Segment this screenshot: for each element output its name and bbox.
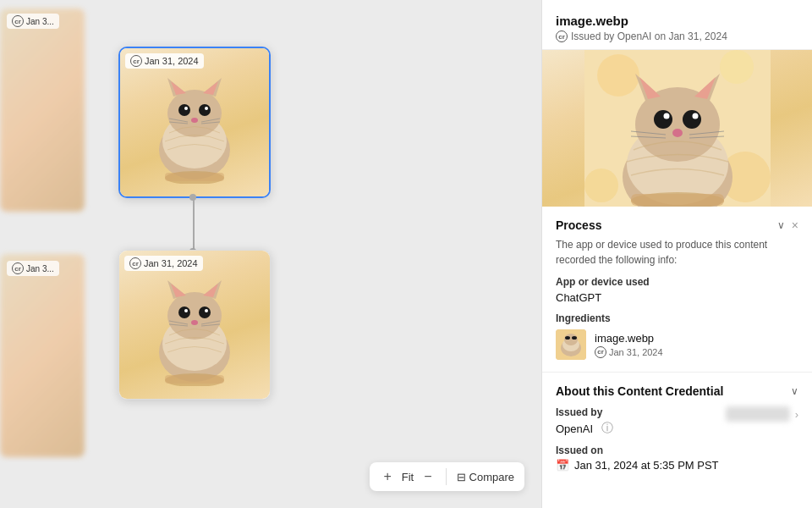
compare-label: Compare <box>469 471 514 483</box>
card-image-top <box>120 48 269 196</box>
issued-on-row: 📅 Jan 31, 2024 at 5:35 PM PST <box>556 459 798 472</box>
c2pa-icon-ingredient: cr <box>595 346 606 358</box>
svg-point-28 <box>205 309 208 312</box>
issued-by-value: OpenAI <box>556 422 593 435</box>
node-card-top[interactable]: cr Jan 31, 2024 <box>118 47 271 198</box>
cat-image-bottom <box>144 263 245 386</box>
process-section-title: Process <box>556 218 601 232</box>
svg-point-62 <box>564 334 578 345</box>
card-image-bottom <box>119 251 270 399</box>
svg-point-64 <box>572 336 577 340</box>
arrow-right-icon: › <box>795 408 798 421</box>
svg-point-49 <box>683 110 701 129</box>
svg-point-25 <box>178 306 190 318</box>
cat-image-top <box>144 61 245 184</box>
ingredient-row: image.webp cr Jan 31, 2024 <box>556 329 798 360</box>
svg-point-9 <box>184 107 188 110</box>
panel-cat-image <box>584 50 771 207</box>
ingredient-date-text: Jan 31, 2024 <box>609 347 663 357</box>
process-description: The app or device used to produce this c… <box>556 237 798 268</box>
svg-point-29 <box>191 320 198 325</box>
toolbar-divider <box>446 468 447 485</box>
bg-image-top <box>0 8 85 212</box>
process-section: Process ∨ × The app or device used to pr… <box>542 207 812 373</box>
svg-rect-31 <box>165 375 224 384</box>
svg-rect-54 <box>631 194 724 206</box>
bg-label-top-text: Jan 3... <box>26 17 54 26</box>
issued-by-row: Issued by OpenAI ⓘ credential › <box>556 406 798 436</box>
calendar-icon: 📅 <box>556 459 569 472</box>
compare-icon: ⊟ <box>457 471 466 483</box>
zoom-out-button[interactable]: − <box>420 467 435 486</box>
blurred-credential-area: credential › <box>726 406 798 422</box>
issued-by-info-button[interactable]: ⓘ <box>601 421 613 436</box>
ingredient-date-row: cr Jan 31, 2024 <box>595 346 663 358</box>
svg-point-52 <box>672 129 683 137</box>
c2pa-icon-bottom: cr <box>129 257 141 269</box>
issued-on-label: Issued on <box>556 444 798 456</box>
ingredient-name: image.webp <box>595 332 663 345</box>
svg-point-37 <box>597 54 639 97</box>
c2pa-icon-top: cr <box>130 55 142 67</box>
svg-point-63 <box>565 336 570 340</box>
bg-label-bottom-text: Jan 3... <box>26 264 54 273</box>
fit-label: Fit <box>402 471 414 483</box>
svg-point-50 <box>663 113 669 119</box>
svg-point-11 <box>191 118 198 123</box>
c2pa-icon-bg-top: cr <box>12 15 24 27</box>
node-card-bottom[interactable]: cr Jan 31, 2024 <box>118 250 271 400</box>
ingredient-info: image.webp cr Jan 31, 2024 <box>595 332 663 358</box>
card-label-top: cr Jan 31, 2024 <box>125 53 204 69</box>
process-section-header[interactable]: Process ∨ × <box>556 218 798 232</box>
svg-point-51 <box>692 113 698 119</box>
process-close-button[interactable]: × <box>792 218 798 232</box>
zoom-in-button[interactable]: + <box>380 467 394 486</box>
compare-button[interactable]: ⊟ Compare <box>457 471 514 483</box>
issued-on-block: Issued on 📅 Jan 31, 2024 at 5:35 PM PST <box>556 444 798 472</box>
canvas-area: cr Jan 3... cr Jan 3... cr Jan 31, 2024 <box>0 0 541 508</box>
ingredients-label: Ingredients <box>556 312 798 324</box>
issued-on-value: Jan 31, 2024 at 5:35 PM PST <box>574 459 719 472</box>
panel-subtitle: cr Issued by OpenAI on Jan 31, 2024 <box>556 30 798 42</box>
svg-point-38 <box>720 50 754 84</box>
connector-line <box>193 197 195 251</box>
svg-point-7 <box>178 104 190 116</box>
ingredient-thumbnail <box>556 329 586 360</box>
c2pa-icon-panel: cr <box>556 30 568 42</box>
c2pa-icon-bg-bottom: cr <box>12 262 24 274</box>
app-label: App or device used <box>556 276 798 288</box>
svg-rect-13 <box>165 173 224 181</box>
panel-title: image.webp <box>556 14 798 28</box>
about-chevron-icon: ∨ <box>791 385 798 397</box>
about-section: About this Content Credential ∨ Issued b… <box>542 373 812 483</box>
process-chevron-icon: ∨ <box>777 219 785 231</box>
bg-label-top: cr Jan 3... <box>7 14 59 29</box>
card-date-bottom: Jan 31, 2024 <box>144 258 198 268</box>
panel-image <box>542 50 812 207</box>
svg-point-40 <box>584 168 618 202</box>
svg-point-8 <box>199 104 211 116</box>
bg-image-bottom <box>0 254 85 457</box>
issued-by-label: Issued by <box>556 406 726 418</box>
panel-subtitle-text: Issued by OpenAI on Jan 31, 2024 <box>571 30 727 42</box>
card-date-top: Jan 31, 2024 <box>145 56 199 66</box>
about-section-header[interactable]: About this Content Credential ∨ <box>556 384 798 398</box>
panel-header: image.webp cr Issued by OpenAI on Jan 31… <box>542 0 812 50</box>
right-panel: image.webp cr Issued by OpenAI on Jan 31… <box>541 0 812 508</box>
about-section-title: About this Content Credential <box>556 384 723 398</box>
blurred-credential-badge: credential <box>726 406 790 422</box>
svg-point-48 <box>654 110 672 129</box>
svg-point-26 <box>199 306 211 318</box>
card-label-bottom: cr Jan 31, 2024 <box>124 256 203 271</box>
svg-point-10 <box>205 107 208 110</box>
ingredient-thumb-svg <box>556 329 586 360</box>
bottom-toolbar: + Fit − ⊟ Compare <box>370 462 524 491</box>
svg-point-27 <box>184 309 188 312</box>
issued-by-left: Issued by OpenAI ⓘ <box>556 406 726 436</box>
app-value: ChatGPT <box>556 291 798 304</box>
bg-label-bottom: cr Jan 3... <box>7 261 59 276</box>
